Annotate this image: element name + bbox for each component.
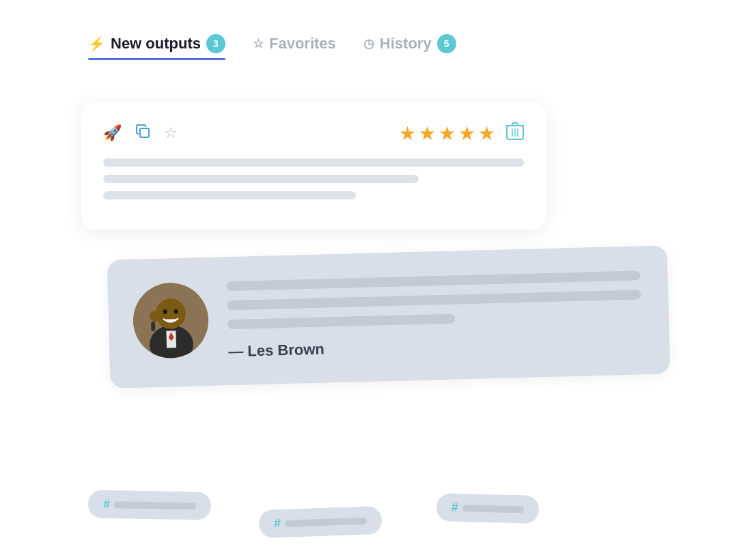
tab-history-label: History xyxy=(380,35,432,53)
quote-text-area: — Les Brown xyxy=(227,270,643,361)
tab-favorites[interactable]: ☆ Favorites xyxy=(253,35,336,58)
history-badge: 5 xyxy=(437,34,456,53)
hashtag-pill-1[interactable]: # xyxy=(88,490,212,520)
tabs-container: ⚡ New outputs 3 ☆ Favorites ◷ History 5 xyxy=(68,34,682,59)
stars-row: ★ ★ ★ ★ ★ xyxy=(399,122,495,145)
output-card: 🚀 ☆ ★ ★ ★ ★ ★ xyxy=(81,102,546,229)
quote-card: — Les Brown xyxy=(107,245,671,388)
hashtag-pill-2[interactable]: # xyxy=(258,506,382,538)
star-tab-icon: ☆ xyxy=(253,36,264,51)
lightning-icon: ⚡ xyxy=(88,36,105,52)
content-bar-3 xyxy=(103,191,356,199)
card-top-row: 🚀 ☆ ★ ★ ★ ★ ★ xyxy=(103,122,524,145)
clock-icon: ◷ xyxy=(363,36,374,51)
copy-icon[interactable] xyxy=(135,124,150,143)
content-bar-1 xyxy=(103,158,524,167)
rating-area: ★ ★ ★ ★ ★ xyxy=(399,122,524,145)
hash-symbol-1: # xyxy=(103,497,110,512)
favorite-icon[interactable]: ☆ xyxy=(164,124,178,142)
scene: ⚡ New outputs 3 ☆ Favorites ◷ History 5 … xyxy=(68,34,682,526)
star-5[interactable]: ★ xyxy=(478,122,495,145)
pill-bar-2 xyxy=(285,517,367,527)
tab-new-outputs[interactable]: ⚡ New outputs 3 xyxy=(88,34,225,59)
quote-bar-1 xyxy=(227,270,641,291)
card-actions: 🚀 ☆ xyxy=(103,124,178,143)
quote-attribution: — Les Brown xyxy=(228,332,642,361)
rocket-icon[interactable]: 🚀 xyxy=(103,124,122,142)
tab-new-outputs-label: New outputs xyxy=(111,35,201,53)
delete-icon[interactable] xyxy=(506,122,524,145)
tab-favorites-label: Favorites xyxy=(269,35,336,53)
star-4[interactable]: ★ xyxy=(458,122,475,145)
star-1[interactable]: ★ xyxy=(399,122,416,145)
pill-bar-1 xyxy=(114,501,196,509)
hash-symbol-2: # xyxy=(274,516,281,531)
star-3[interactable]: ★ xyxy=(439,122,456,145)
quote-bar-3 xyxy=(227,313,456,329)
pill-bar-3 xyxy=(462,505,524,513)
svg-rect-0 xyxy=(140,128,149,137)
hashtag-pill-3[interactable]: # xyxy=(436,493,539,524)
star-2[interactable]: ★ xyxy=(419,122,436,145)
avatar xyxy=(133,282,210,359)
content-bar-2 xyxy=(103,175,419,183)
quote-card-inner: — Les Brown xyxy=(133,270,643,363)
tab-history[interactable]: ◷ History 5 xyxy=(363,34,456,59)
svg-rect-16 xyxy=(151,322,155,331)
hash-symbol-3: # xyxy=(452,501,459,515)
svg-rect-15 xyxy=(152,313,163,319)
new-outputs-badge: 3 xyxy=(206,34,225,53)
quote-bar-2 xyxy=(227,290,641,310)
